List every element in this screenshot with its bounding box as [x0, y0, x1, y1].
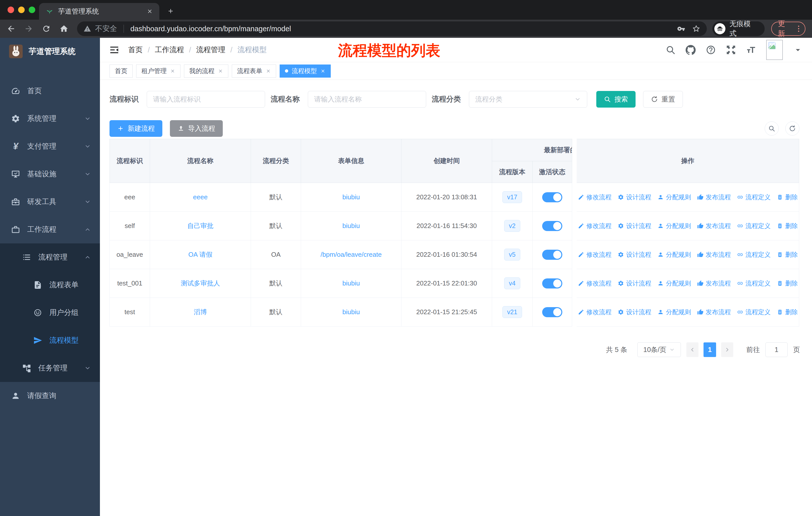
- form-link[interactable]: /bpm/oa/leave/create: [321, 251, 382, 259]
- status-toggle[interactable]: [542, 278, 562, 289]
- filter-category-select[interactable]: 流程分类: [469, 91, 587, 108]
- current-page[interactable]: 1: [703, 343, 716, 357]
- action-link-link[interactable]: 流程定义: [737, 250, 771, 259]
- close-icon[interactable]: [320, 69, 325, 74]
- search-icon[interactable]: [666, 45, 675, 55]
- font-size-icon[interactable]: [746, 45, 756, 55]
- status-toggle[interactable]: [542, 250, 562, 260]
- sidebar-item-9[interactable]: 流程模型: [0, 327, 100, 354]
- form-link[interactable]: biubiu: [342, 222, 360, 230]
- close-icon[interactable]: [218, 69, 223, 74]
- action-link-link[interactable]: 流程定义: [737, 222, 771, 230]
- action-trash-link[interactable]: 删除: [777, 222, 798, 230]
- action-trash-link[interactable]: 删除: [777, 250, 798, 259]
- sidebar-item-0[interactable]: 首页: [0, 77, 100, 105]
- model-name-link[interactable]: 自己审批: [187, 221, 213, 230]
- back-icon[interactable]: [6, 24, 16, 33]
- action-thumb-link[interactable]: 发布流程: [697, 193, 731, 201]
- sidebar-item-1[interactable]: 系统管理: [0, 105, 100, 133]
- password-key-icon[interactable]: [677, 25, 685, 33]
- action-person-link[interactable]: 分配规则: [658, 222, 691, 230]
- update-button[interactable]: 更新: [771, 22, 806, 36]
- action-thumb-link[interactable]: 发布流程: [697, 222, 731, 230]
- breadcrumb-item[interactable]: 首页: [128, 45, 143, 55]
- create-model-button[interactable]: 新建流程: [110, 120, 162, 137]
- browser-menu-icon[interactable]: [794, 24, 803, 33]
- reload-icon[interactable]: [42, 24, 51, 33]
- action-gear-link[interactable]: 设计流程: [618, 279, 651, 288]
- tag-1[interactable]: 租户管理: [136, 64, 180, 78]
- action-person-link[interactable]: 分配规则: [658, 308, 691, 316]
- tag-0[interactable]: 首页: [110, 64, 133, 78]
- caret-down-icon[interactable]: [793, 45, 803, 55]
- action-edit-link[interactable]: 修改流程: [578, 193, 612, 201]
- action-edit-link[interactable]: 修改流程: [578, 279, 612, 288]
- action-thumb-link[interactable]: 发布流程: [697, 308, 731, 316]
- breadcrumb-item[interactable]: 流程模型: [237, 45, 266, 55]
- action-link-link[interactable]: 流程定义: [737, 279, 771, 288]
- sidebar-fold-icon[interactable]: [109, 45, 120, 55]
- search-button[interactable]: 搜索: [596, 91, 636, 108]
- prev-page-button[interactable]: [687, 343, 698, 357]
- reset-button[interactable]: 重置: [643, 91, 683, 108]
- sidebar-item-8[interactable]: 用户分组: [0, 299, 100, 327]
- form-link[interactable]: biubiu: [342, 193, 360, 201]
- help-icon[interactable]: [706, 45, 716, 55]
- status-toggle[interactable]: [542, 221, 562, 231]
- avatar[interactable]: [766, 40, 783, 60]
- filter-name-input[interactable]: [308, 91, 426, 108]
- tag-4[interactable]: 流程模型: [280, 64, 331, 78]
- action-edit-link[interactable]: 修改流程: [578, 308, 612, 316]
- page-size-select[interactable]: 10条/页: [637, 343, 681, 357]
- breadcrumb-item[interactable]: 流程管理: [196, 45, 225, 55]
- next-page-button[interactable]: [721, 343, 733, 357]
- fullscreen-icon[interactable]: [726, 45, 736, 55]
- action-link-link[interactable]: 流程定义: [737, 193, 771, 201]
- home-icon[interactable]: [59, 24, 68, 33]
- breadcrumb-item[interactable]: 工作流程: [155, 45, 184, 55]
- model-name-link[interactable]: 滔博: [194, 308, 207, 317]
- action-trash-link[interactable]: 删除: [777, 193, 798, 201]
- traffic-light-zoom[interactable]: [29, 6, 35, 13]
- tag-3[interactable]: 流程表单: [232, 64, 276, 78]
- action-gear-link[interactable]: 设计流程: [618, 222, 651, 230]
- forward-icon[interactable]: [24, 24, 33, 33]
- action-link-link[interactable]: 流程定义: [737, 308, 771, 316]
- close-icon[interactable]: [266, 69, 271, 74]
- tag-2[interactable]: 我的流程: [184, 64, 228, 78]
- sidebar-item-3[interactable]: 基础设施: [0, 160, 100, 188]
- goto-page-input[interactable]: 1: [765, 343, 788, 357]
- sidebar-item-10[interactable]: 任务管理: [0, 354, 100, 382]
- refresh-table-button[interactable]: [785, 121, 800, 136]
- action-gear-link[interactable]: 设计流程: [618, 308, 651, 316]
- action-person-link[interactable]: 分配规则: [658, 193, 691, 201]
- sidebar-item-2[interactable]: ¥支付管理: [0, 133, 100, 160]
- status-toggle[interactable]: [542, 307, 562, 317]
- model-name-link[interactable]: 测试多审批人: [181, 279, 220, 288]
- traffic-light-close[interactable]: [7, 6, 14, 13]
- model-name-link[interactable]: OA 请假: [188, 250, 212, 259]
- action-thumb-link[interactable]: 发布流程: [697, 279, 731, 288]
- github-icon[interactable]: [686, 45, 696, 55]
- toggle-search-button[interactable]: [765, 121, 779, 136]
- action-trash-link[interactable]: 删除: [777, 308, 798, 316]
- action-edit-link[interactable]: 修改流程: [578, 222, 612, 230]
- model-name-link[interactable]: eeee: [193, 193, 208, 201]
- browser-tab[interactable]: 芋道管理系统: [39, 3, 159, 20]
- import-model-button[interactable]: 导入流程: [170, 120, 223, 137]
- new-tab-button[interactable]: [165, 5, 176, 17]
- action-edit-link[interactable]: 修改流程: [578, 250, 612, 259]
- sidebar-item-4[interactable]: 研发工具: [0, 188, 100, 216]
- sidebar-item-5[interactable]: 工作流程: [0, 216, 100, 243]
- traffic-light-minimize[interactable]: [18, 6, 25, 13]
- sidebar-item-11[interactable]: 请假查询: [0, 382, 100, 410]
- tab-close-icon[interactable]: [147, 8, 153, 15]
- action-trash-link[interactable]: 删除: [777, 279, 798, 288]
- status-toggle[interactable]: [542, 192, 562, 202]
- form-link[interactable]: biubiu: [342, 279, 360, 287]
- action-person-link[interactable]: 分配规则: [658, 250, 691, 259]
- sidebar-item-7[interactable]: 流程表单: [0, 271, 100, 299]
- sidebar-item-6[interactable]: 流程管理: [0, 243, 100, 271]
- url-bar[interactable]: 不安全 dashboard.yudao.iocoder.cn/bpm/manag…: [77, 21, 707, 36]
- action-gear-link[interactable]: 设计流程: [618, 193, 651, 201]
